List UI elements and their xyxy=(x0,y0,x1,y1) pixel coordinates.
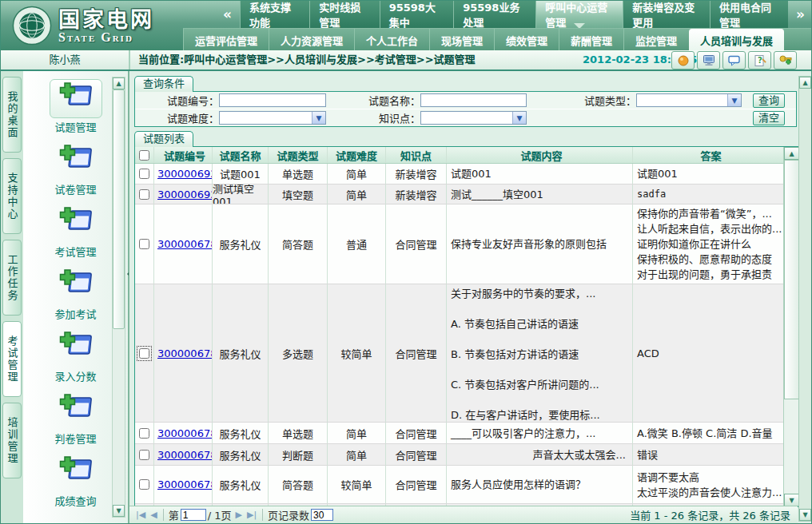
tab-monitoring[interactable]: 监控管理 xyxy=(623,29,688,51)
page-number-input[interactable] xyxy=(181,509,206,521)
tab-training-development[interactable]: 人员培训与发展 xyxy=(689,29,784,51)
help-icon[interactable]: ? xyxy=(748,51,771,69)
question-id-link[interactable]: 300000678696 xyxy=(157,347,213,359)
scroll-up-icon[interactable]: ▲ xyxy=(784,147,799,160)
table-row: 300000678699 服务礼仪 简答题 普通 合同管理 保持专业友好声音形象… xyxy=(135,204,799,284)
sidebar-tab-training-mgmt[interactable]: 培训管理 xyxy=(2,403,22,478)
tab-95598-business[interactable]: 95598业务处理 xyxy=(453,1,535,28)
sidebar-item-label: 考试管理 xyxy=(54,244,96,259)
cell-difficulty: 较简单 xyxy=(328,466,386,503)
cell-name: 服务礼仪 xyxy=(213,204,269,284)
folder-plus-icon xyxy=(58,268,94,300)
question-name-input[interactable] xyxy=(420,93,527,107)
scroll-up-icon[interactable]: ▲ xyxy=(799,77,811,89)
next-page-button[interactable]: ▶ xyxy=(233,510,244,520)
tab-call-center-ops[interactable]: 呼叫中心运营管理 xyxy=(535,1,623,28)
tab-new-install[interactable]: 新装增容及变更用 xyxy=(623,1,710,28)
question-code-input[interactable] xyxy=(219,93,326,107)
tab-line-loss[interactable]: 实时线损管理 xyxy=(309,1,379,28)
cell-name: 服务礼仪 xyxy=(213,284,269,422)
chevron-down-icon: ▼ xyxy=(312,112,325,124)
knowledge-label: 知识点： xyxy=(331,110,420,125)
question-id-link[interactable]: 300000678649 xyxy=(157,478,213,490)
question-type-select[interactable]: ▼ xyxy=(636,93,742,107)
scroll-up-icon[interactable]: ▲ xyxy=(113,77,125,89)
cell-knowledge: 合同管理 xyxy=(386,466,447,503)
tab-query-conditions[interactable]: 查询条件 xyxy=(134,76,193,92)
clear-button[interactable]: 清空 xyxy=(753,111,785,125)
cell-content: 保持专业友好声音形象的原则包括 xyxy=(447,204,633,284)
tab-question-list[interactable]: 试题列表 xyxy=(134,131,193,147)
question-id-link[interactable]: 300000692174 xyxy=(157,189,213,200)
tab-performance[interactable]: 绩效管理 xyxy=(494,29,559,51)
sidebar-tab-work-tasks[interactable]: 工作任务 xyxy=(2,240,22,316)
cell-answer: 语调不要太高 太过平淡的声音会使人注意力... xyxy=(633,466,785,503)
svg-text:?: ? xyxy=(758,56,762,65)
scroll-down-icon[interactable]: ▼ xyxy=(113,505,125,517)
scroll-down-icon[interactable]: ▼ xyxy=(784,494,799,506)
question-id-link[interactable]: 300000678658 xyxy=(157,449,213,461)
key-add-icon[interactable] xyxy=(774,51,797,69)
record-summary: 当前 1 - 26 条记录，共 26 条记录 xyxy=(630,507,794,522)
row-checkbox[interactable] xyxy=(139,479,149,490)
row-checkbox[interactable] xyxy=(139,428,149,439)
cell-answer: sadfa xyxy=(633,185,785,204)
tab-95598-center[interactable]: 95598大集中 xyxy=(380,1,453,28)
page-size-input[interactable] xyxy=(311,509,333,521)
knowledge-select[interactable]: ▼ xyxy=(420,111,527,125)
tab-power-contract[interactable]: 供用电合同管理 xyxy=(710,1,788,28)
row-checkbox[interactable] xyxy=(139,450,149,460)
question-code-label: 试题编号： xyxy=(135,93,219,108)
col-content: 试题内容 xyxy=(447,147,633,163)
folder-plus-icon xyxy=(58,393,94,425)
main-scrollbar[interactable]: ▲ ▼ xyxy=(798,76,812,522)
row-checkbox[interactable] xyxy=(139,189,149,200)
message-icon[interactable] xyxy=(722,51,746,69)
tab-ops-evaluation[interactable]: 运营评估管理 xyxy=(183,29,269,51)
select-all-checkbox[interactable] xyxy=(139,150,149,161)
search-button[interactable]: 查询 xyxy=(753,93,785,108)
first-page-button[interactable]: |◀ xyxy=(133,510,148,520)
sidebar-item-label: 参加考试 xyxy=(54,306,96,321)
row-checkbox[interactable] xyxy=(139,239,149,249)
row-checkbox[interactable] xyxy=(139,169,149,179)
prev-page-button[interactable]: ◀ xyxy=(148,510,159,520)
nav-scroll-left-icon[interactable]: « xyxy=(215,1,240,28)
pagination-bar: |◀ ◀ 第 / 1页 ▶ ▶| 页记录数 当前 1 - 26 条记录，共 26… xyxy=(129,506,798,523)
sidebar-tab-support-center[interactable]: 支持中心 xyxy=(2,158,22,234)
sidebar-tab-my-desktop[interactable]: 我的桌面 xyxy=(2,77,22,153)
difficulty-select[interactable]: ▼ xyxy=(219,111,326,125)
table-scrollbar[interactable]: ▲ ▼ xyxy=(783,147,799,506)
monitor-icon[interactable] xyxy=(697,51,720,69)
sidebar-scrollbar[interactable]: ▲ ▼ xyxy=(112,77,125,518)
table-row: 300000678665 服务礼仪 单选题 简单 合同管理 ____可以吸引客户… xyxy=(135,423,799,444)
tab-site-mgmt[interactable]: 现场管理 xyxy=(429,29,494,51)
tab-system-support[interactable]: 系统支撑功能 xyxy=(240,1,309,28)
folder-plus-icon xyxy=(58,81,94,113)
scrollbar-thumb[interactable] xyxy=(113,89,125,329)
cell-type: 单选题 xyxy=(269,164,328,184)
sidebar-tab-exam-mgmt[interactable]: 考试管理 xyxy=(2,321,22,397)
nav-scroll-right-icon[interactable]: » xyxy=(788,1,812,28)
question-id-link[interactable]: 300000678665 xyxy=(157,427,213,439)
folder-plus-icon xyxy=(58,331,94,363)
brand-logo: 国家电网 State Grid xyxy=(1,1,189,50)
cell-knowledge: 合同管理 xyxy=(386,204,447,284)
tab-personal-workbench[interactable]: 个人工作台 xyxy=(354,29,429,51)
row-checkbox[interactable] xyxy=(139,348,149,359)
tab-salary[interactable]: 薪酬管理 xyxy=(559,29,623,51)
col-question-type: 试题类型 xyxy=(269,147,328,163)
brand-title-en: State Grid xyxy=(58,31,154,43)
scroll-down-icon[interactable]: ▼ xyxy=(799,509,811,521)
question-id-link[interactable]: 300000678699 xyxy=(157,238,213,250)
sidebar-tab-strip: 我的桌面 支持中心 工作任务 考试管理 培训管理 xyxy=(1,71,23,523)
scrollbar-thumb[interactable] xyxy=(784,160,799,399)
cell-answer: 试题001 xyxy=(633,164,785,184)
col-question-name: 试题名称 xyxy=(213,147,269,163)
question-id-link[interactable]: 300000692180 xyxy=(157,168,213,180)
cell-knowledge: 合同管理 xyxy=(386,284,447,422)
medal-icon[interactable] xyxy=(671,51,695,69)
last-page-button[interactable]: ▶| xyxy=(245,510,259,520)
sidebar-item-label: 试题管理 xyxy=(54,119,96,134)
tab-hr[interactable]: 人力资源管理 xyxy=(269,29,354,51)
